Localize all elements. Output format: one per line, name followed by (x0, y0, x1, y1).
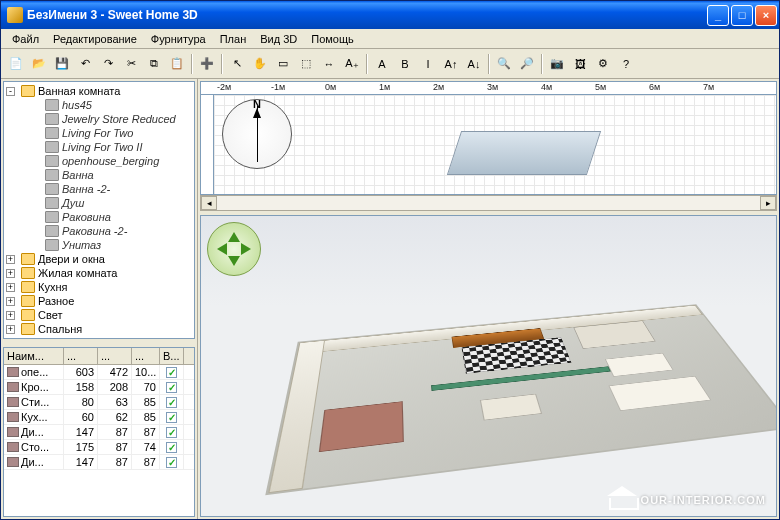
collapse-icon[interactable]: - (6, 87, 15, 96)
table-row[interactable]: опе...60347210...✓ (4, 365, 194, 380)
dimension-icon[interactable]: ↔ (318, 53, 340, 75)
table-row[interactable]: Ди...1478787✓ (4, 455, 194, 470)
tree-item[interactable]: openhouse_berging (6, 154, 192, 168)
text-size-down-icon[interactable]: A↓ (463, 53, 485, 75)
scroll-track[interactable] (217, 196, 760, 210)
visibility-checkbox[interactable]: ✓ (166, 442, 177, 453)
tree-root[interactable]: -Ванная комната (6, 84, 192, 98)
visibility-checkbox[interactable]: ✓ (166, 382, 177, 393)
tree-item[interactable]: Ванна -2- (6, 182, 192, 196)
zoom-in-icon[interactable]: 🔍 (493, 53, 515, 75)
visibility-checkbox[interactable]: ✓ (166, 457, 177, 468)
expand-icon[interactable]: + (6, 255, 15, 264)
paste-icon[interactable]: 📋 (166, 53, 188, 75)
close-button[interactable]: × (755, 5, 777, 26)
plan-scrollbar-horizontal[interactable]: ◂ ▸ (200, 195, 777, 211)
text-bold-icon[interactable]: B (394, 53, 416, 75)
menu-вид 3d[interactable]: Вид 3D (253, 31, 304, 47)
table-row[interactable]: Сто...1758774✓ (4, 440, 194, 455)
tree-item[interactable]: Jewelry Store Reduced (6, 112, 192, 126)
plan-view[interactable]: -2м-1м0м1м2м3м4м5м6м7м ◂ ▸ (200, 81, 777, 211)
text-icon[interactable]: A₊ (341, 53, 363, 75)
help-icon[interactable]: ? (615, 53, 637, 75)
plan-canvas[interactable] (214, 95, 777, 195)
visibility-checkbox[interactable]: ✓ (166, 427, 177, 438)
redo-icon[interactable]: ↷ (97, 53, 119, 75)
table-row[interactable]: Ди...1478787✓ (4, 425, 194, 440)
view-3d[interactable]: OUR-INTERIOR.COM (200, 215, 777, 517)
furniture-table[interactable]: Наим............В...опе...60347210...✓Кр… (3, 347, 195, 517)
text-size-up-icon[interactable]: A↑ (440, 53, 462, 75)
tree-category[interactable]: +Жилая комната (6, 266, 192, 280)
zoom-out-icon[interactable]: 🔎 (516, 53, 538, 75)
expand-icon[interactable]: + (6, 283, 15, 292)
scroll-left-button[interactable]: ◂ (201, 196, 217, 210)
tree-item[interactable]: Living For Two II (6, 140, 192, 154)
tree-item[interactable]: hus45 (6, 98, 192, 112)
nav-left-icon[interactable] (211, 243, 227, 255)
table-row[interactable]: Кро...15820870✓ (4, 380, 194, 395)
expand-icon[interactable]: + (6, 325, 15, 334)
open-icon[interactable]: 📂 (28, 53, 50, 75)
column-header[interactable]: ... (64, 348, 98, 364)
cell-value: 175 (64, 440, 98, 454)
tree-item[interactable]: Унитаз (6, 238, 192, 252)
column-header[interactable]: Наим... (4, 348, 64, 364)
scroll-right-button[interactable]: ▸ (760, 196, 776, 210)
catalog-tree[interactable]: -Ванная комнатаhus45Jewelry Store Reduce… (3, 81, 195, 339)
save-icon[interactable]: 💾 (51, 53, 73, 75)
snapshot-icon[interactable]: 🖼 (569, 53, 591, 75)
pan-icon[interactable]: ✋ (249, 53, 271, 75)
tree-category[interactable]: +Разное (6, 294, 192, 308)
menu-помощь[interactable]: Помощь (304, 31, 361, 47)
splitter-horizontal[interactable] (1, 341, 197, 345)
column-header[interactable]: ... (132, 348, 160, 364)
tree-item[interactable]: Душ (6, 196, 192, 210)
furniture-table-header[interactable]: Наим............В... (4, 348, 194, 365)
tree-category[interactable]: +Двери и окна (6, 252, 192, 266)
cut-icon[interactable]: ✂ (120, 53, 142, 75)
menu-план[interactable]: План (213, 31, 254, 47)
table-row[interactable]: Сти...806385✓ (4, 395, 194, 410)
expand-icon[interactable]: + (6, 269, 15, 278)
expand-icon[interactable]: + (6, 311, 15, 320)
settings-icon[interactable]: ⚙ (592, 53, 614, 75)
column-header[interactable]: ... (98, 348, 132, 364)
tree-item[interactable]: Раковина (6, 210, 192, 224)
select-icon[interactable]: ↖ (226, 53, 248, 75)
copy-icon[interactable]: ⧉ (143, 53, 165, 75)
minimize-button[interactable]: _ (707, 5, 729, 26)
tree-category[interactable]: +Кухня (6, 280, 192, 294)
visibility-checkbox[interactable]: ✓ (166, 412, 177, 423)
camera-icon[interactable]: 📷 (546, 53, 568, 75)
expand-icon[interactable]: + (6, 297, 15, 306)
text-big-icon[interactable]: A (371, 53, 393, 75)
nav-up-icon[interactable] (228, 226, 240, 242)
new-file-icon[interactable]: 📄 (5, 53, 27, 75)
room-icon[interactable]: ⬚ (295, 53, 317, 75)
add-furniture-icon[interactable]: ➕ (196, 53, 218, 75)
tree-category[interactable]: +Спальня (6, 322, 192, 336)
nav-pad[interactable] (207, 222, 261, 276)
menu-редактирование[interactable]: Редактирование (46, 31, 144, 47)
folder-icon (21, 309, 35, 321)
nav-right-icon[interactable] (241, 243, 257, 255)
visibility-checkbox[interactable]: ✓ (166, 397, 177, 408)
nav-down-icon[interactable] (228, 256, 240, 272)
menu-фурнитура[interactable]: Фурнитура (144, 31, 213, 47)
table-row[interactable]: Кух...606285✓ (4, 410, 194, 425)
tree-category[interactable]: +Свет (6, 308, 192, 322)
tree-label: Living For Two II (62, 141, 143, 153)
tree-item[interactable]: Ванна (6, 168, 192, 182)
tree-item[interactable]: Раковина -2- (6, 224, 192, 238)
column-header[interactable]: В... (160, 348, 184, 364)
compass-icon[interactable] (222, 99, 292, 169)
visibility-checkbox[interactable]: ✓ (166, 367, 177, 378)
maximize-button[interactable]: □ (731, 5, 753, 26)
tree-label: hus45 (62, 99, 92, 111)
tree-item[interactable]: Living For Two (6, 126, 192, 140)
text-italic-icon[interactable]: I (417, 53, 439, 75)
wall-icon[interactable]: ▭ (272, 53, 294, 75)
undo-icon[interactable]: ↶ (74, 53, 96, 75)
menu-файл[interactable]: Файл (5, 31, 46, 47)
